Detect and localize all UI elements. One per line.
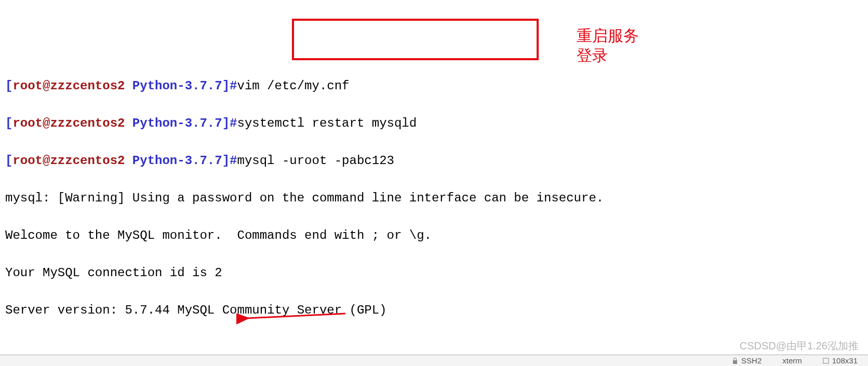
terminal-line: [root@zzzcentos2 Python-3.7.7]#vim /etc/… <box>5 77 863 96</box>
status-protocol: SSH2 <box>732 355 762 366</box>
prompt-bracket: [ <box>5 154 12 168</box>
prompt-user-host: root@zzzcentos2 <box>12 154 132 168</box>
annotation-highlight-box <box>292 19 539 60</box>
svg-rect-1 <box>823 358 829 363</box>
output-line: Welcome to the MySQL monitor. Commands e… <box>5 226 863 245</box>
output-line: Server version: 5.7.44 MySQL Community S… <box>5 301 863 320</box>
command-text: vim /etc/my.cnf <box>237 79 349 93</box>
prompt-bracket: [ <box>5 116 12 130</box>
terminal-line: [root@zzzcentos2 Python-3.7.7]#mysql -ur… <box>5 152 863 170</box>
size-icon <box>823 358 829 364</box>
command-text: systemctl restart mysqld <box>237 116 417 130</box>
prompt-user-host: root@zzzcentos2 <box>12 116 132 130</box>
status-size: 108x31 <box>823 355 858 366</box>
status-term: xterm <box>782 355 802 366</box>
lock-icon <box>732 357 738 364</box>
command-text: mysql -uroot -pabc123 <box>237 154 394 168</box>
output-line: mysql: [Warning] Using a password on the… <box>5 189 863 208</box>
svg-line-0 <box>247 314 345 318</box>
terminal-line: [root@zzzcentos2 Python-3.7.7]#systemctl… <box>5 114 863 133</box>
prompt-user-host: root@zzzcentos2 <box>12 79 132 93</box>
status-bar: SSH2 xterm 108x31 <box>0 355 868 366</box>
prompt-dir: Python-3.7.7]# <box>132 154 237 168</box>
output-line: Your MySQL connection id is 2 <box>5 264 863 282</box>
prompt-dir: Python-3.7.7]# <box>132 116 237 130</box>
annotation-arrow-icon <box>236 306 351 327</box>
prompt-dir: Python-3.7.7]# <box>132 79 237 93</box>
watermark-text: CSDSD@由甲1.26泓加推 <box>740 338 859 354</box>
prompt-bracket: [ <box>5 79 12 93</box>
annotation-text-login: 登录 <box>577 44 608 67</box>
